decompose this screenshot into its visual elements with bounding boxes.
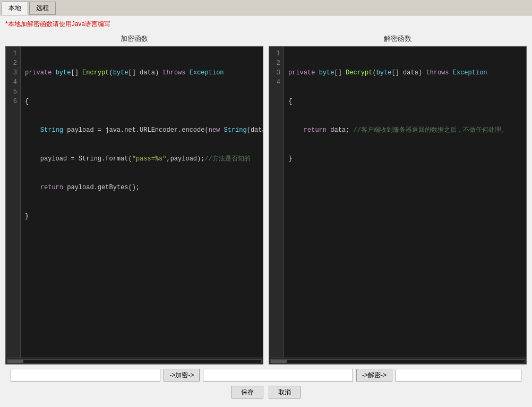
code-line: return data; //客户端收到服务器返回的数据之后，不做任何处理。 bbox=[288, 125, 522, 135]
decrypt-scrollbar-thumb bbox=[271, 360, 287, 363]
decrypt-result-input[interactable] bbox=[396, 369, 521, 381]
bottom-area: ->加密-> ->解密-> 保存 取消 bbox=[5, 364, 527, 403]
save-button[interactable]: 保存 bbox=[231, 386, 263, 398]
encrypt-button[interactable]: ->加密-> bbox=[164, 369, 200, 381]
code-line: { bbox=[288, 97, 522, 106]
decrypt-line-numbers: 1 2 3 4 bbox=[269, 47, 284, 358]
decrypt-button[interactable]: ->解密-> bbox=[356, 369, 392, 381]
decrypt-code-lines: private byte[] Decrypt(byte[] data) thro… bbox=[284, 47, 526, 358]
encrypt-line-numbers: 1 2 3 4 5 6 bbox=[6, 47, 21, 358]
decrypt-scrollbar-track[interactable] bbox=[270, 359, 525, 363]
code-line: payload = String.format("pass=%s",payloa… bbox=[25, 154, 259, 164]
tab-local[interactable]: 本地 bbox=[2, 2, 28, 15]
decrypt-scrollbar[interactable] bbox=[269, 358, 526, 364]
notice-text: *本地加解密函数请使用Java语言编写 bbox=[5, 20, 527, 29]
decrypt-label: 解密函数 bbox=[269, 34, 527, 44]
code-line: String payload = java.net.URLEncoder.enc… bbox=[25, 125, 259, 135]
tab-bar: 本地 远程 bbox=[0, 0, 532, 15]
code-line: } bbox=[288, 154, 522, 164]
main-content: *本地加解密函数请使用Java语言编写 加密函数 1 2 3 4 5 6 bbox=[0, 15, 532, 407]
decrypt-code-content: 1 2 3 4 private byte[] Decrypt(byte[] da… bbox=[269, 47, 526, 358]
encrypt-code-lines: private byte[] Encrypt(byte[] data) thro… bbox=[21, 47, 263, 358]
code-line: { bbox=[25, 97, 259, 106]
save-cancel-row: 保存 取消 bbox=[11, 386, 521, 398]
cancel-button[interactable]: 取消 bbox=[269, 386, 301, 398]
main-window: 本地 远程 *本地加解密函数请使用Java语言编写 加密函数 1 2 3 4 bbox=[0, 0, 532, 407]
code-line: } bbox=[25, 211, 259, 221]
code-line: private byte[] Decrypt(byte[] data) thro… bbox=[288, 68, 522, 78]
code-line: return payload.getBytes(); bbox=[25, 183, 259, 192]
tab-remote[interactable]: 远程 bbox=[29, 2, 56, 15]
editors-container: 加密函数 1 2 3 4 5 6 private byte[] Encrypt(… bbox=[5, 34, 527, 364]
encrypt-result-input[interactable] bbox=[203, 369, 353, 381]
encrypt-source-input[interactable] bbox=[11, 369, 160, 381]
decrypt-editor[interactable]: 1 2 3 4 private byte[] Decrypt(byte[] da… bbox=[269, 46, 527, 364]
encrypt-scrollbar-track[interactable] bbox=[7, 359, 262, 363]
encrypt-panel: 加密函数 1 2 3 4 5 6 private byte[] Encrypt(… bbox=[5, 34, 263, 364]
encrypt-code-content: 1 2 3 4 5 6 private byte[] Encrypt(byte[… bbox=[6, 47, 263, 358]
encrypt-editor[interactable]: 1 2 3 4 5 6 private byte[] Encrypt(byte[… bbox=[5, 46, 263, 364]
encrypt-scrollbar[interactable] bbox=[6, 358, 263, 364]
decrypt-panel: 解密函数 1 2 3 4 private byte[] Decrypt(byte… bbox=[269, 34, 527, 364]
code-line: private byte[] Encrypt(byte[] data) thro… bbox=[25, 68, 259, 78]
encrypt-label: 加密函数 bbox=[5, 34, 263, 44]
encrypt-scrollbar-thumb bbox=[7, 360, 23, 363]
encrypt-input-row: ->加密-> ->解密-> bbox=[11, 369, 521, 381]
